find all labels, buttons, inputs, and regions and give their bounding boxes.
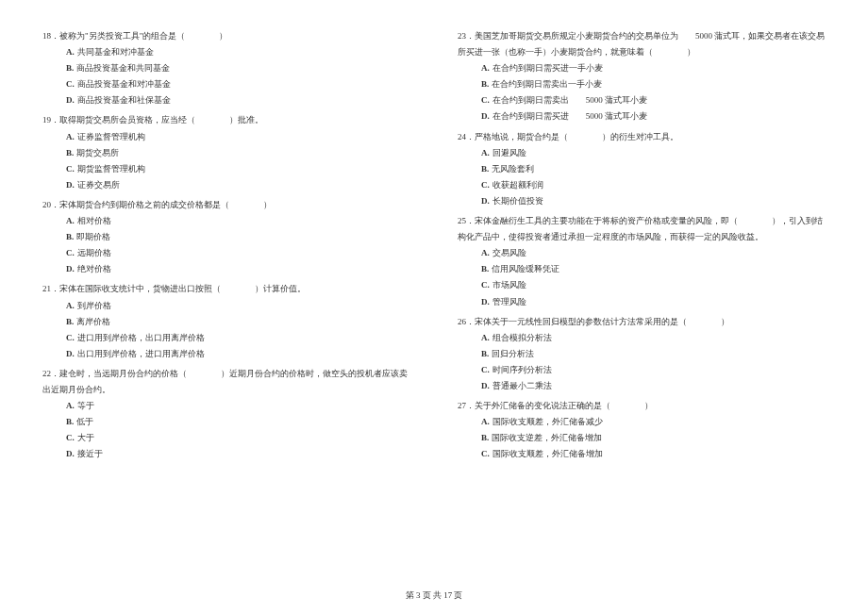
q18-b-text: 商品投资基金和共同基金 bbox=[76, 63, 170, 73]
q18-option-b: B.商品投资基金和共同基金 bbox=[42, 60, 410, 76]
q18-option-c: C.商品投资基金和对冲基金 bbox=[42, 76, 410, 92]
q25-b-text: 信用风险缓释凭证 bbox=[492, 264, 559, 273]
q20-d-text: 绝对价格 bbox=[77, 264, 111, 273]
q22-option-c: C.大于 bbox=[42, 430, 410, 446]
q24-option-b: B.无风险套利 bbox=[458, 161, 826, 177]
q19-option-d: D.证券交易所 bbox=[42, 177, 410, 193]
q20-c-text: 远期价格 bbox=[77, 248, 111, 257]
q27-a-text: 国际收支顺差，外汇储备减少 bbox=[492, 417, 603, 426]
q27-option-c: C.国际收支顺差，外汇储备增加 bbox=[458, 446, 826, 462]
q22-cont: 出近期月份合约。 bbox=[42, 385, 110, 394]
q20-a-text: 相对价格 bbox=[77, 216, 111, 225]
q25-option-c: C.市场风险 bbox=[458, 277, 826, 293]
q20-option-a: A.相对价格 bbox=[42, 213, 410, 229]
question-27: 27．关于外汇储备的变化说法正确的是（ ） A.国际收支顺差，外汇储备减少 B.… bbox=[458, 398, 826, 462]
q21-option-d: D.出口用到岸价格，进口用离岸价格 bbox=[42, 346, 410, 362]
q25-c-text: 市场风险 bbox=[492, 280, 526, 290]
q21-option-c: C.进口用到岸价格，出口用离岸价格 bbox=[42, 330, 410, 346]
q25-cont: 构化产品中，使得投资者通过承担一定程度的市场风险，而获得一定的风险收益。 bbox=[458, 232, 763, 241]
q25-option-d: D.管理风险 bbox=[458, 294, 826, 310]
q22-option-b: B.低于 bbox=[42, 414, 410, 430]
q27-text: 27．关于外汇储备的变化说法正确的是（ ） bbox=[458, 398, 826, 414]
q23-c-text: 在合约到期日需卖出 5000 蒲式耳小麦 bbox=[492, 95, 647, 105]
q19-a-text: 证券监督管理机构 bbox=[77, 132, 145, 141]
q23-option-b: B.在合约到期日需卖出一手小麦 bbox=[458, 76, 826, 92]
q27-option-b: B.国际收支逆差，外汇储备增加 bbox=[458, 430, 826, 446]
q25-text: 25．宋体金融衍生工具的主要功能在于将标的资产价格或变量的风险，即（ ），引入到… bbox=[458, 213, 826, 229]
q25-option-b: B.信用风险缓释凭证 bbox=[458, 261, 826, 277]
q25-d-text: 管理风险 bbox=[492, 297, 526, 306]
q26-b-text: 回归分析法 bbox=[492, 349, 534, 358]
q23-option-a: A.在合约到期日需买进一手小麦 bbox=[458, 60, 826, 76]
q27-c-text: 国际收支顺差，外汇储备增加 bbox=[492, 449, 603, 458]
right-column: 23．美国芝加哥期货交易所规定小麦期货合约的交易单位为 5000 蒲式耳，如果交… bbox=[458, 28, 826, 466]
q18-c-text: 商品投资基金和对冲基金 bbox=[77, 79, 171, 89]
q21-text: 21．宋体在国际收支统计中，货物进出口按照（ ）计算价值。 bbox=[42, 281, 410, 297]
question-25: 25．宋体金融衍生工具的主要功能在于将标的资产价格或变量的风险，即（ ），引入到… bbox=[458, 213, 826, 310]
q19-option-a: A.证券监督管理机构 bbox=[42, 129, 410, 145]
q22-c-text: 大于 bbox=[77, 433, 94, 442]
left-column: 18．被称为"另类投资工具"的组合是（ ） A.共同基金和对冲基金 B.商品投资… bbox=[42, 28, 410, 466]
q22-b-text: 低于 bbox=[76, 417, 93, 426]
q24-b-text: 无风险套利 bbox=[492, 164, 534, 174]
q21-b-text: 离岸价格 bbox=[76, 317, 110, 326]
q20-option-b: B.即期价格 bbox=[42, 229, 410, 245]
q26-c-text: 时间序列分析法 bbox=[492, 365, 552, 374]
q22-option-d: D.接近于 bbox=[42, 446, 410, 462]
question-18: 18．被称为"另类投资工具"的组合是（ ） A.共同基金和对冲基金 B.商品投资… bbox=[42, 28, 410, 108]
q23-a-text: 在合约到期日需买进一手小麦 bbox=[492, 63, 603, 73]
q25-option-a: A.交易风险 bbox=[458, 245, 826, 261]
question-22: 22．建仓时，当远期月份合约的价格（ ）近期月份合约的价格时，做空头的投机者应该… bbox=[42, 366, 410, 463]
q24-text: 24．严格地说，期货合约是（ ）的衍生对冲工具。 bbox=[458, 129, 826, 145]
q23-option-c: C.在合约到期日需卖出 5000 蒲式耳小麦 bbox=[458, 92, 826, 108]
q18-a-text: 共同基金和对冲基金 bbox=[77, 47, 154, 57]
q23-text: 23．美国芝加哥期货交易所规定小麦期货合约的交易单位为 5000 蒲式耳，如果交… bbox=[458, 28, 826, 44]
q23-d-text: 在合约到期日需买进 5000 蒲式耳小麦 bbox=[492, 111, 647, 121]
q26-a-text: 组合模拟分析法 bbox=[492, 333, 552, 342]
q20-text: 20．宋体期货合约到期价格之前的成交价格都是（ ） bbox=[42, 197, 410, 213]
q24-a-text: 回避风险 bbox=[492, 148, 526, 157]
question-20: 20．宋体期货合约到期价格之前的成交价格都是（ ） A.相对价格 B.即期价格 … bbox=[42, 197, 410, 277]
q26-d-text: 普通最小二乘法 bbox=[492, 381, 552, 390]
q24-d-text: 长期价值投资 bbox=[492, 196, 543, 206]
q18-option-a: A.共同基金和对冲基金 bbox=[42, 44, 410, 60]
q26-option-d: D.普通最小二乘法 bbox=[458, 378, 826, 394]
q18-d-text: 商品投资基金和社保基金 bbox=[77, 95, 171, 105]
page-footer: 第 3 页 共 17 页 bbox=[0, 589, 868, 602]
q22-text: 22．建仓时，当远期月份合约的价格（ ）近期月份合约的价格时，做空头的投机者应该… bbox=[42, 366, 410, 382]
q20-option-d: D.绝对价格 bbox=[42, 261, 410, 277]
question-26: 26．宋体关于一元线性回归模型的参数估计方法常采用的是（ ） A.组合模拟分析法… bbox=[458, 314, 826, 394]
q26-option-a: A.组合模拟分析法 bbox=[458, 330, 826, 346]
q27-option-a: A.国际收支顺差，外汇储备减少 bbox=[458, 414, 826, 430]
q19-option-b: B.期货交易所 bbox=[42, 145, 410, 161]
q19-option-c: C.期货监督管理机构 bbox=[42, 161, 410, 177]
q19-d-text: 证券交易所 bbox=[77, 180, 120, 190]
q23-cont: 所买进一张（也称一手）小麦期货合约，就意味着（ ） bbox=[458, 47, 695, 57]
q21-d-text: 出口用到岸价格，进口用离岸价格 bbox=[77, 349, 205, 358]
q19-text: 19．取得期货交易所会员资格，应当经（ ）批准。 bbox=[42, 112, 410, 128]
q19-b-text: 期货交易所 bbox=[76, 148, 119, 157]
q24-option-d: D.长期价值投资 bbox=[458, 193, 826, 209]
question-19: 19．取得期货交易所会员资格，应当经（ ）批准。 A.证券监督管理机构 B.期货… bbox=[42, 112, 410, 192]
question-24: 24．严格地说，期货合约是（ ）的衍生对冲工具。 A.回避风险 B.无风险套利 … bbox=[458, 129, 826, 209]
q20-option-c: C.远期价格 bbox=[42, 245, 410, 261]
q21-a-text: 到岸价格 bbox=[77, 301, 111, 310]
q22-a-text: 等于 bbox=[77, 401, 94, 410]
q18-option-d: D.商品投资基金和社保基金 bbox=[42, 92, 410, 108]
question-21: 21．宋体在国际收支统计中，货物进出口按照（ ）计算价值。 A.到岸价格 B.离… bbox=[42, 281, 410, 361]
q22-d-text: 接近于 bbox=[77, 449, 103, 458]
q23-option-d: D.在合约到期日需买进 5000 蒲式耳小麦 bbox=[458, 108, 826, 124]
q25-a-text: 交易风险 bbox=[492, 248, 526, 257]
q19-c-text: 期货监督管理机构 bbox=[77, 164, 145, 174]
q24-c-text: 收获超额利润 bbox=[492, 180, 543, 190]
q18-text: 18．被称为"另类投资工具"的组合是（ ） bbox=[42, 28, 410, 44]
q24-option-a: A.回避风险 bbox=[458, 145, 826, 161]
q22-option-a: A.等于 bbox=[42, 398, 410, 414]
q24-option-c: C.收获超额利润 bbox=[458, 177, 826, 193]
q20-b-text: 即期价格 bbox=[76, 232, 110, 241]
q21-option-b: B.离岸价格 bbox=[42, 314, 410, 330]
q27-b-text: 国际收支逆差，外汇储备增加 bbox=[492, 433, 602, 442]
q26-option-c: C.时间序列分析法 bbox=[458, 362, 826, 378]
question-23: 23．美国芝加哥期货交易所规定小麦期货合约的交易单位为 5000 蒲式耳，如果交… bbox=[458, 28, 826, 125]
q21-c-text: 进口用到岸价格，出口用离岸价格 bbox=[77, 333, 205, 342]
